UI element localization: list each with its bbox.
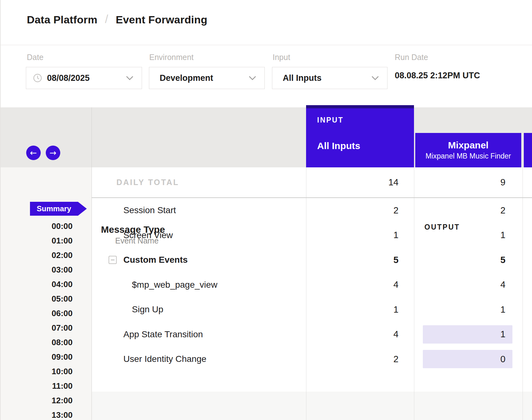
sidebar-item-hour-04[interactable]: 04:00	[0, 279, 73, 290]
table-row-session-start: Session Start 2 2	[92, 198, 532, 223]
sidebar-item-hour-10[interactable]: 10:00	[0, 367, 73, 377]
input-count: 2	[393, 205, 399, 216]
output-count: 0	[500, 354, 505, 364]
event-label: Sign Up	[92, 297, 306, 322]
output-count: 1	[500, 329, 505, 339]
daily-total-label: DAILY TOTAL	[92, 167, 306, 197]
sidebar-item-hour-01[interactable]: 01:00	[0, 236, 73, 246]
input-group-label: INPUT	[317, 116, 344, 124]
output-column-subtitle: Mixpanel MB Music Finder	[426, 152, 511, 160]
output-count: 2	[500, 205, 505, 216]
sidebar-item-hour-07[interactable]: 07:00	[0, 323, 73, 333]
arrow-right-icon: →	[50, 148, 56, 158]
event-label: App State Transition	[92, 322, 306, 347]
highlighted-output-cell: 1	[423, 325, 512, 344]
input-column-header[interactable]: INPUT All Inputs	[306, 105, 414, 167]
environment-dropdown[interactable]: Development	[149, 67, 265, 89]
input-count: 1	[393, 304, 399, 315]
sidebar-item-hour-13[interactable]: 13:00	[0, 410, 73, 420]
clock-icon	[33, 73, 43, 83]
arrow-left-icon: ←	[30, 148, 37, 158]
chevron-down-icon	[371, 76, 379, 81]
input-value: All Inputs	[283, 73, 322, 83]
breadcrumb: Data Platform / Event Forwarding	[27, 13, 207, 27]
collapse-custom-events-button[interactable]: −	[109, 256, 117, 264]
table-row-screen-view: Screen View 1 1	[92, 223, 532, 248]
event-label: $mp_web_page_view	[92, 273, 306, 297]
output-column-name: Mixpanel	[448, 140, 488, 151]
output-count: 5	[500, 255, 505, 265]
event-label: Custom Events	[123, 255, 188, 265]
date-dropdown[interactable]: 08/08/2025	[26, 67, 142, 89]
input-count: 5	[393, 255, 399, 265]
environment-value: Development	[160, 73, 213, 83]
next-day-button[interactable]: →	[46, 146, 60, 160]
table-row-app-state-transition: App State Transition 4 1	[92, 322, 532, 347]
input-column-selected-indicator	[306, 105, 414, 108]
output-count: 1	[500, 304, 505, 315]
input-count: 2	[393, 354, 399, 364]
sidebar-item-hour-09[interactable]: 09:00	[0, 352, 73, 362]
input-count: 4	[393, 329, 399, 339]
event-label: Screen View	[92, 223, 306, 248]
output-count: 4	[500, 279, 505, 290]
input-column-name: All Inputs	[317, 141, 360, 151]
date-value: 08/08/2025	[47, 73, 90, 83]
output-column-header-partial	[524, 133, 532, 167]
filter-bar: Date Environment Input Run Date 08/08/20…	[0, 45, 532, 107]
sidebar-item-hour-11[interactable]: 11:00	[0, 381, 73, 391]
event-label: Session Start	[92, 198, 306, 223]
event-label: User Identity Change	[92, 347, 306, 372]
breadcrumb-section-data-platform[interactable]: Data Platform	[27, 14, 98, 26]
sidebar-item-hour-12[interactable]: 12:00	[0, 396, 73, 406]
output-count: 1	[500, 230, 505, 240]
sidebar-item-hour-05[interactable]: 05:00	[0, 294, 73, 304]
environment-filter-label: Environment	[149, 53, 193, 62]
daily-total-output-count: 9	[500, 177, 505, 188]
empty-rows-area	[92, 392, 532, 420]
run-date-value: 08.08.25 2:12PM UTC	[395, 71, 480, 81]
table-row-mp-web-page-view: $mp_web_page_view 4 4	[92, 273, 532, 297]
run-date-label: Run Date	[395, 53, 428, 62]
previous-day-button[interactable]: ←	[26, 146, 41, 160]
sidebar-item-hour-02[interactable]: 02:00	[0, 250, 73, 261]
table-row-user-identity-change: User Identity Change 2 0	[92, 347, 532, 372]
page-left-border	[0, 0, 1, 420]
chevron-down-icon	[249, 76, 256, 81]
top-bar: Data Platform / Event Forwarding	[0, 0, 532, 45]
table-row-custom-events: − Custom Events 5 5	[92, 248, 532, 273]
event-rows: Session Start 2 2 Screen View 1 1 − Cust…	[92, 198, 532, 372]
output-column-header-mixpanel[interactable]: Mixpanel Mixpanel MB Music Finder	[415, 133, 521, 167]
table-row-sign-up: Sign Up 1 1	[92, 297, 532, 322]
input-dropdown[interactable]: All Inputs	[272, 67, 387, 89]
highlighted-output-cell: 0	[423, 350, 512, 368]
sidebar-item-hour-00[interactable]: 00:00	[0, 221, 73, 231]
daily-total-row: DAILY TOTAL 14 9	[92, 167, 532, 197]
date-filter-label: Date	[27, 53, 44, 62]
breadcrumb-separator: /	[105, 13, 108, 26]
sidebar-item-hour-08[interactable]: 08:00	[0, 338, 73, 348]
input-filter-label: Input	[273, 53, 290, 62]
input-count: 1	[393, 230, 399, 240]
input-count: 4	[393, 279, 399, 290]
daily-total-input-count: 14	[388, 177, 399, 188]
summary-label: Summary	[37, 204, 71, 213]
sidebar-item-hour-06[interactable]: 06:00	[0, 309, 73, 319]
breadcrumb-page-event-forwarding: Event Forwarding	[116, 14, 207, 26]
sidebar-item-summary[interactable]: Summary	[30, 202, 87, 216]
sidebar-item-hour-03[interactable]: 03:00	[0, 265, 73, 275]
chevron-down-icon	[126, 76, 133, 81]
minus-icon: −	[110, 256, 115, 263]
